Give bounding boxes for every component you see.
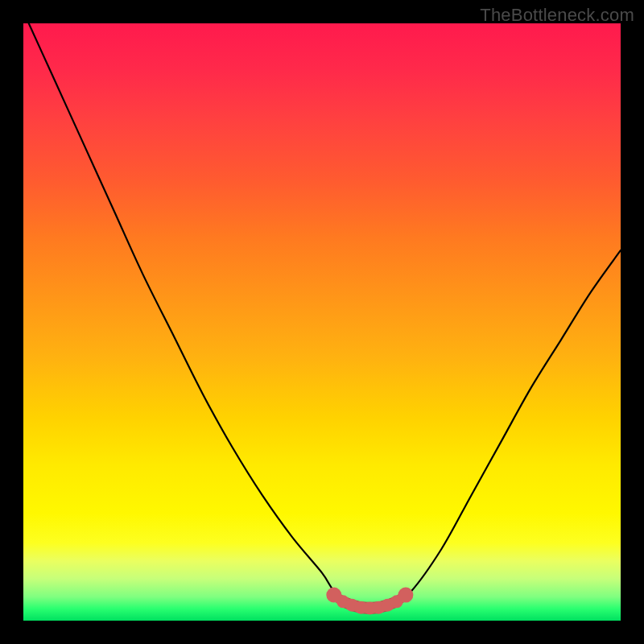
bottleneck-minimum-dots: [326, 588, 413, 615]
marker-endcap: [326, 588, 341, 603]
chart-svg-layer: [23, 23, 621, 621]
bottleneck-curve: [23, 23, 621, 609]
chart-frame: TheBottleneck.com: [0, 0, 644, 644]
marker-endcap: [398, 588, 413, 603]
watermark-text: TheBottleneck.com: [480, 5, 634, 26]
chart-plot-area: [23, 23, 621, 621]
